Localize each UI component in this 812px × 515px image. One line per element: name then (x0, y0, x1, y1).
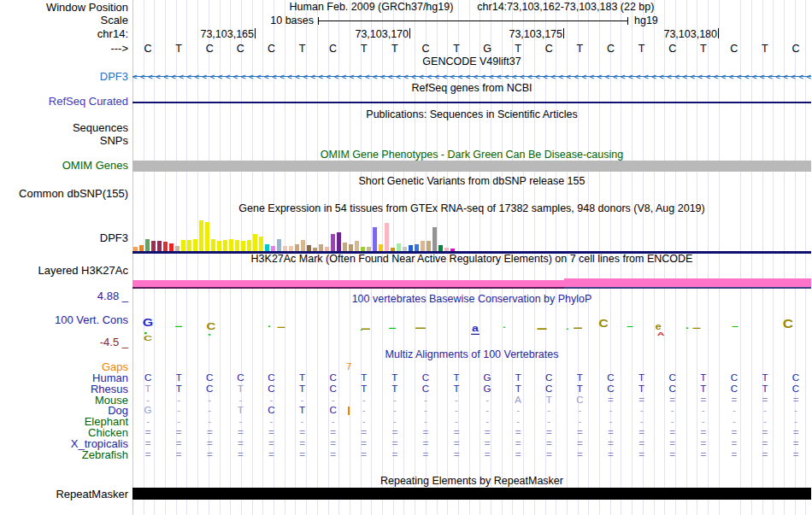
alignment-base: T (441, 372, 472, 383)
alignment-base: - (225, 395, 256, 406)
alignment-base: T (349, 383, 380, 395)
alignment-row[interactable]: Zebrafish====================== (0, 449, 812, 460)
strand-chevron-icon: < (132, 72, 138, 81)
gtex-track-title: Gene Expression in 54 tissues from GTEx … (132, 203, 811, 214)
sequences-label[interactable]: Sequences (0, 122, 128, 134)
h3k27ac-signal-left[interactable] (132, 280, 564, 287)
gtex-expression-bars[interactable] (132, 215, 811, 251)
alignment-base: C (410, 372, 441, 383)
strand-chevron-icon: < (760, 72, 765, 81)
alignment-base: - (657, 405, 688, 416)
snps-label[interactable]: SNPs (0, 135, 128, 147)
alignment-row[interactable]: RhesusTTCTCTCTTCTGTCTCTCTCTC (0, 383, 812, 395)
alignment-base: - (503, 405, 533, 416)
alignment-base: = (750, 395, 780, 406)
genome-browser-image: Window Position Human Feb. 2009 (GRCh37/… (0, 0, 812, 515)
species-label-zebrafish[interactable]: Zebrafish (0, 449, 128, 460)
alignment-base: C (780, 372, 811, 383)
gtex-tissue-bar (421, 241, 425, 251)
alignment-base: C (410, 383, 441, 395)
gtex-tissue-bar (247, 240, 251, 251)
multiz-alignment-rows[interactable]: HumanCTCCCTCTTCTGTCTCTCTCTCRhesusTTCTCTC… (0, 372, 812, 461)
gencode-gene-label[interactable]: DPF3 (0, 71, 128, 83)
sequence-base: T (627, 43, 657, 55)
dbsnp-label[interactable]: Common dbSNP(155) (0, 188, 128, 200)
alignment-base: T (380, 383, 410, 395)
strand-chevron-icon: < (186, 72, 191, 81)
sequence-base: C (719, 43, 750, 55)
ruler-tick-mark (563, 28, 564, 38)
alignment-base: - (163, 405, 194, 416)
strand-chevron-icon: < (256, 72, 262, 81)
alignment-base: = (194, 449, 225, 460)
conservation-glyph: ▬ (615, 325, 645, 328)
ruler-tick-mark (255, 28, 256, 38)
repeatmasker-element-bar[interactable] (132, 488, 811, 500)
alignment-base: - (194, 405, 225, 416)
alignment-base: - (410, 416, 441, 427)
dbsnp-track-title: Short Genetic Variants from dbSNP releas… (132, 176, 811, 187)
refseq-curated-label[interactable]: RefSeq Curated (0, 96, 128, 108)
alignment-base: G (472, 383, 503, 395)
gtex-tissue-bar (211, 239, 215, 251)
h3k27ac-signal-right[interactable] (564, 278, 811, 287)
h3k27ac-label[interactable]: Layered H3K27Ac (0, 265, 128, 277)
strand-chevron-icon: < (427, 72, 432, 81)
gtex-tissue-bar (301, 240, 305, 251)
sequence-base: C (256, 43, 286, 55)
alignment-base: = (194, 427, 225, 438)
alignment-base: - (256, 395, 286, 406)
alignment-base: - (688, 416, 719, 427)
alignment-base: - (472, 405, 503, 416)
sequence-base: T (688, 43, 719, 55)
repeatmasker-label[interactable]: RepeatMasker (0, 489, 128, 500)
sequence-base: T (441, 43, 472, 55)
sequence-base: T (286, 43, 317, 55)
genome-label: hg19 (634, 15, 658, 26)
gtex-tissue-bar (409, 245, 413, 251)
sequence-base: T (163, 43, 194, 55)
conservation-glyph: ▬ (681, 325, 712, 330)
alignment-base: - (688, 405, 719, 416)
alignment-base: T (503, 383, 533, 395)
gtex-tissue-bar (397, 243, 401, 251)
alignment-bases: CTCCCTCTTCTGTCTCTCTCTC (132, 372, 811, 383)
strand-chevron-icon: < (775, 72, 780, 81)
alignment-base: = (657, 427, 688, 438)
phylop-conservation-glyphs[interactable]: G▪C▬C▪▪▬▬▪▬▬a▬▪▬▪▬C▬eA▪▬▬C (132, 307, 811, 347)
omim-genes-label[interactable]: OMIM Genes (0, 160, 128, 172)
strand-arrow-label[interactable]: ---> (0, 43, 128, 55)
h3k27ac-underline-right (564, 287, 811, 289)
strand-chevron-icon: < (156, 72, 161, 81)
gap-count-marker: 7 (346, 361, 351, 372)
strand-chevron-icon: < (203, 72, 208, 81)
strand-chevron-icon: < (295, 72, 300, 81)
species-label-rhesus[interactable]: Rhesus (0, 383, 128, 395)
alignment-base: - (349, 405, 380, 416)
species-label-x_tropicalis[interactable]: X_tropicalis (0, 438, 128, 449)
strand-chevron-icon: < (597, 72, 603, 81)
alignment-base: - (472, 395, 503, 406)
gtex-gene-label[interactable]: DPF3 (0, 232, 128, 244)
alignment-base: = (750, 427, 780, 438)
omim-gene-bar[interactable] (132, 161, 811, 172)
alignment-base: = (503, 449, 533, 460)
alignment-base: = (780, 449, 811, 460)
alignment-base: = (380, 427, 410, 438)
strand-chevron-icon: < (729, 72, 734, 81)
alignment-base: T (441, 383, 472, 395)
gtex-tissue-bar (163, 242, 168, 251)
gtex-tissue-bar (379, 244, 383, 251)
gtex-tissue-bar (199, 220, 203, 251)
refseq-track-title: RefSeq genes from NCBI (132, 83, 811, 94)
strand-chevron-icon: < (357, 72, 362, 81)
alignment-base: - (286, 395, 317, 406)
alignment-row[interactable]: X_tropicalis====================== (0, 438, 812, 449)
alignment-base: = (132, 438, 163, 449)
conservation-label[interactable]: 100 Vert. Cons (0, 314, 128, 326)
ruler-tick: 73,103,165 (167, 28, 256, 40)
dpf3-gene-line[interactable]: <<<<<<<<<<<<<<<<<<<<<<<<<<<<<<<<<<<<<<<<… (132, 72, 811, 81)
alignment-base: T (688, 383, 719, 395)
conservation-glyph: C (132, 335, 163, 342)
refseq-gene-bar[interactable] (132, 102, 811, 103)
